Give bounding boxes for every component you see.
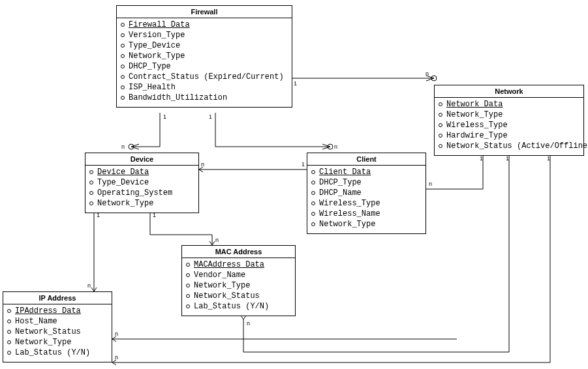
attribute-name: Wireless_Name bbox=[319, 209, 380, 219]
entity-attribute: Device_Data bbox=[89, 167, 194, 177]
entity-attribute: Network_Status (Active/Offline) bbox=[439, 141, 580, 151]
bullet-icon bbox=[311, 170, 315, 174]
entity-device: Device Device_DataType_DeviceOperating_S… bbox=[85, 153, 199, 213]
entity-attribute: Network_Type bbox=[7, 337, 108, 347]
mult-label: n bbox=[429, 181, 432, 187]
entity-attribute: Operating_System bbox=[89, 188, 194, 198]
bullet-icon bbox=[439, 102, 442, 106]
bullet-icon bbox=[121, 96, 125, 100]
entity-mac-title: MAC Address bbox=[182, 246, 295, 258]
entity-attribute: Network_Type bbox=[89, 198, 194, 209]
entity-attribute: Network_Type bbox=[311, 219, 422, 229]
bullet-icon bbox=[89, 201, 93, 205]
entity-attribute: Client_Data bbox=[311, 167, 422, 177]
entity-firewall: Firewall Firewall_DataVersion_TypeType_D… bbox=[116, 5, 292, 108]
mult-label: 1 bbox=[480, 156, 483, 162]
entity-firewall-attrs: Firewall_DataVersion_TypeType_DeviceNetw… bbox=[117, 18, 292, 107]
bullet-icon bbox=[121, 23, 125, 27]
entity-attribute: Network_Type bbox=[439, 110, 580, 120]
attribute-name: Network_Status (Active/Offline) bbox=[446, 141, 588, 151]
entity-attribute: Type_Device bbox=[121, 40, 288, 51]
attribute-name: Type_Device bbox=[129, 40, 180, 51]
bullet-icon bbox=[311, 181, 315, 184]
mult-label: 1 bbox=[163, 114, 166, 120]
entity-attribute: Firewall_Data bbox=[121, 20, 288, 30]
bullet-icon bbox=[311, 212, 315, 216]
attribute-name: Network_Type bbox=[194, 280, 250, 291]
entity-ip-title: IP Address bbox=[3, 292, 112, 304]
svg-point-1 bbox=[328, 144, 333, 149]
entity-mac-address: MAC Address MACAddress_DataVendor_NameNe… bbox=[181, 245, 296, 316]
attribute-name: Type_Device bbox=[97, 177, 149, 188]
attribute-name: Network_Type bbox=[97, 198, 153, 209]
bullet-icon bbox=[186, 263, 190, 267]
entity-attribute: DHCP_Type bbox=[311, 177, 422, 188]
bullet-icon bbox=[89, 181, 93, 184]
mult-label: n bbox=[115, 355, 118, 361]
entity-network-attrs: Network_DataNetwork_TypeWireless_TypeHar… bbox=[435, 98, 583, 155]
mult-label: 1 bbox=[302, 162, 305, 168]
attribute-name: Network_Type bbox=[129, 51, 185, 61]
mult-label: n bbox=[115, 331, 118, 337]
entity-attribute: Wireless_Name bbox=[311, 209, 422, 219]
entity-client-title: Client bbox=[307, 153, 426, 166]
mult-label: n bbox=[334, 144, 337, 150]
entity-attribute: Lab_Status (Y/N) bbox=[186, 301, 291, 312]
mult-label: 1 bbox=[547, 156, 550, 162]
svg-point-2 bbox=[431, 76, 437, 81]
entity-firewall-title: Firewall bbox=[117, 6, 292, 18]
bullet-icon bbox=[7, 340, 11, 344]
entity-network: Network Network_DataNetwork_TypeWireless… bbox=[434, 85, 584, 156]
bullet-icon bbox=[121, 85, 125, 89]
attribute-name: Network_Type bbox=[319, 219, 375, 229]
attribute-name: Wireless_Type bbox=[319, 198, 380, 209]
entity-attribute: Bandwidth_Utilization bbox=[121, 93, 288, 103]
bullet-icon bbox=[121, 33, 125, 37]
entity-attribute: DHCP_Type bbox=[121, 61, 288, 72]
entity-attribute: Network_Type bbox=[121, 51, 288, 61]
entity-network-title: Network bbox=[435, 85, 583, 98]
svg-point-0 bbox=[129, 144, 134, 149]
attribute-name: Network_Type bbox=[446, 110, 503, 120]
attribute-name: Network_Status bbox=[15, 327, 81, 337]
mult-label: n bbox=[201, 162, 204, 168]
attribute-name-pk: IPAddress_Data bbox=[15, 306, 81, 316]
attribute-name: DHCP_Type bbox=[319, 177, 362, 188]
attribute-name: Hardwire_Type bbox=[446, 130, 508, 141]
entity-attribute: Lab_Status (Y/N) bbox=[7, 347, 108, 358]
bullet-icon bbox=[121, 65, 125, 68]
entity-attribute: Contract_Status (Expired/Current) bbox=[121, 72, 288, 82]
bullet-icon bbox=[439, 144, 442, 148]
entity-attribute: IPAddress_Data bbox=[7, 306, 108, 316]
bullet-icon bbox=[311, 201, 315, 205]
mult-label: n bbox=[215, 237, 219, 243]
attribute-name: Wireless_Type bbox=[446, 120, 508, 130]
bullet-icon bbox=[439, 123, 442, 127]
attribute-name: Host_Name bbox=[15, 316, 57, 327]
bullet-icon bbox=[7, 351, 11, 355]
entity-attribute: Host_Name bbox=[7, 316, 108, 327]
entity-attribute: MACAddress_Data bbox=[186, 259, 291, 270]
entity-attribute: DHCP_Name bbox=[311, 188, 422, 198]
attribute-name-pk: Device_Data bbox=[97, 167, 149, 177]
mult-label: 1 bbox=[153, 213, 156, 218]
bullet-icon bbox=[7, 309, 11, 313]
mult-label: n bbox=[426, 71, 429, 77]
bullet-icon bbox=[186, 273, 190, 277]
bullet-icon bbox=[89, 191, 93, 195]
attribute-name: Bandwidth_Utilization bbox=[129, 93, 227, 103]
entity-attribute: Vendor_Name bbox=[186, 270, 291, 280]
attribute-name: Contract_Status (Expired/Current) bbox=[129, 72, 284, 82]
attribute-name: Lab_Status (Y/N) bbox=[15, 347, 90, 358]
entity-attribute: Network_Type bbox=[186, 280, 291, 291]
bullet-icon bbox=[7, 319, 11, 323]
attribute-name: DHCP_Name bbox=[319, 188, 362, 198]
entity-attribute: Wireless_Type bbox=[311, 198, 422, 209]
entity-ip-address: IP Address IPAddress_DataHost_NameNetwor… bbox=[3, 291, 112, 362]
bullet-icon bbox=[89, 170, 93, 174]
attribute-name: Version_Type bbox=[129, 30, 185, 40]
entity-client-attrs: Client_DataDHCP_TypeDHCP_NameWireless_Ty… bbox=[307, 166, 426, 233]
attribute-name-pk: Network_Data bbox=[446, 99, 503, 110]
entity-ip-attrs: IPAddress_DataHost_NameNetwork_StatusNet… bbox=[3, 304, 112, 362]
entity-attribute: Network_Status bbox=[7, 327, 108, 337]
